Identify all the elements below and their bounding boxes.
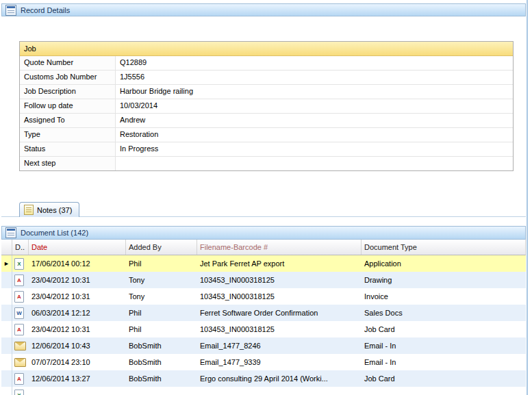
filename-cell: Email_1477_9339 <box>197 354 362 370</box>
job-field-value[interactable]: Harbour Bridge railing <box>116 85 513 99</box>
job-field-label: Quote Number <box>20 56 116 70</box>
job-field-value[interactable]: Andrew <box>116 114 513 127</box>
selector-column-header <box>1 240 12 255</box>
document-row[interactable]: A12/06/2014 13:27BobSmithErgo consulting… <box>1 370 526 387</box>
job-field-row: Next step <box>20 157 513 170</box>
icon-column-header[interactable]: D.. <box>12 240 29 255</box>
added-by-cell: Tony <box>126 288 197 305</box>
document-row[interactable]: A23/04/2012 10:31Tony103453_IN000318125I… <box>1 288 526 305</box>
filename-column-header[interactable]: Filename-Barcode # <box>197 240 362 255</box>
document-list-title: Document List (142) <box>21 229 88 237</box>
added-by-cell: BobSmith <box>126 337 197 354</box>
panel-right-border <box>527 0 528 395</box>
document-row[interactable]: A23/04/2012 10:31Tony103453_IN000318125D… <box>1 272 526 288</box>
added-by-column-header[interactable]: Added By <box>126 240 197 255</box>
current-row-indicator: ► <box>1 255 12 272</box>
added-by-cell: BobSmith <box>126 354 197 370</box>
job-field-row: Job DescriptionHarbour Bridge railing <box>20 85 513 99</box>
job-field-row: Follow up date10/03/2014 <box>20 99 513 114</box>
document-list-header[interactable]: Document List (142) <box>1 226 526 240</box>
document-type-cell: Email - In <box>362 337 526 354</box>
document-type-cell: Drawing <box>362 272 526 288</box>
row-selector <box>1 272 12 288</box>
job-field-value[interactable]: Q12889 <box>116 56 513 70</box>
added-by-cell: Phil <box>126 321 197 337</box>
date-cell: 23/04/2012 10:31 <box>29 288 126 305</box>
document-type-cell: Job Card <box>362 321 526 337</box>
file-type-cell: A <box>12 288 29 305</box>
excel-file-icon: X <box>14 258 24 270</box>
file-type-cell: W <box>12 305 29 321</box>
document-row[interactable]: W06/03/2014 12:12PhilFerret Software Ord… <box>1 305 526 321</box>
row-selector <box>1 354 12 370</box>
job-field-value[interactable]: 10/03/2014 <box>116 99 513 113</box>
file-type-cell <box>12 354 29 370</box>
date-cell <box>29 387 126 395</box>
pdf-file-icon: A <box>14 275 24 286</box>
job-field-value[interactable]: Restoration <box>116 128 513 142</box>
row-selector <box>1 370 12 387</box>
job-field-label: Next step <box>20 157 116 170</box>
app-window: Record Details Job Quote NumberQ12889Cus… <box>0 0 532 395</box>
email-file-icon <box>14 342 26 351</box>
date-column-header[interactable]: Date <box>29 240 126 255</box>
filename-cell: Ergo consulting 29 April 2014 (Worki... <box>197 370 362 387</box>
filename-cell <box>197 387 362 395</box>
document-row[interactable]: 07/07/2014 23:10BobSmithEmail_1477_9339E… <box>1 354 526 370</box>
date-cell: 12/06/2014 13:27 <box>29 370 126 387</box>
date-cell: 07/07/2014 23:10 <box>29 354 126 370</box>
job-field-value[interactable]: In Progress <box>116 142 513 156</box>
job-fields: Quote NumberQ12889Customs Job Number1J55… <box>20 56 513 170</box>
date-cell: 17/06/2014 00:12 <box>29 255 126 272</box>
pdf-file-icon: A <box>14 291 24 303</box>
tab-notes[interactable]: Notes (37) <box>19 202 79 217</box>
record-details-icon <box>5 5 16 16</box>
document-row[interactable]: A23/04/2012 10:31Phil103453_IN000318125J… <box>1 321 526 337</box>
filename-cell: Email_1477_8246 <box>197 337 362 354</box>
filename-cell: Jet Park Ferret AP export <box>197 255 362 272</box>
row-selector <box>1 387 12 395</box>
job-field-label: Customs Job Number <box>20 71 116 84</box>
added-by-cell: Tony <box>126 272 197 288</box>
file-type-cell: A <box>12 370 29 387</box>
file-type-cell: X <box>12 255 29 272</box>
pdf-file-icon: A <box>14 324 24 335</box>
notes-tab-label: Notes (37) <box>37 206 72 214</box>
filename-cell: 103453_IN000318125 <box>197 272 362 288</box>
document-type-cell <box>362 387 526 395</box>
job-field-value[interactable] <box>116 157 513 170</box>
document-type-column-header[interactable]: Document Type <box>362 240 526 255</box>
pdf-file-icon: A <box>14 373 24 385</box>
job-field-value[interactable]: 1J5556 <box>116 71 513 84</box>
notes-icon <box>24 205 34 215</box>
row-selector <box>1 321 12 337</box>
record-details-title: Record Details <box>21 6 70 14</box>
row-selector <box>1 337 12 354</box>
document-type-cell: Application <box>362 255 526 272</box>
filename-cell: 103453_IN000318125 <box>197 288 362 305</box>
job-field-row: Customs Job Number1J5556 <box>20 71 513 85</box>
document-row[interactable]: ►X17/06/2014 00:12PhilJet Park Ferret AP… <box>1 255 526 272</box>
job-field-row: TypeRestoration <box>20 128 513 142</box>
date-cell: 23/04/2012 10:31 <box>29 272 126 288</box>
document-row[interactable]: 12/06/2014 10:43BobSmithEmail_1477_8246E… <box>1 337 526 354</box>
filename-cell: Ferret Software Order Confirmation <box>197 305 362 321</box>
job-field-label: Type <box>20 128 116 142</box>
file-type-cell: A <box>12 321 29 337</box>
added-by-cell: BobSmith <box>126 370 197 387</box>
job-field-row: Quote NumberQ12889 <box>20 56 513 71</box>
added-by-cell: Phil <box>126 255 197 272</box>
file-type-cell: X <box>12 387 29 395</box>
filename-cell: 103453_IN000318125 <box>197 321 362 337</box>
document-type-cell: Invoice <box>362 288 526 305</box>
file-type-cell: A <box>12 272 29 288</box>
document-list-icon <box>5 227 16 238</box>
row-selector <box>1 305 12 321</box>
job-field-label: Follow up date <box>20 99 116 113</box>
file-type-cell <box>12 337 29 354</box>
document-type-cell: Sales Docs <box>362 305 526 321</box>
job-field-row: Assigned ToAndrew <box>20 114 513 128</box>
record-details-header[interactable]: Record Details <box>1 3 526 16</box>
document-row[interactable]: X <box>1 387 526 395</box>
job-field-label: Job Description <box>20 85 116 99</box>
